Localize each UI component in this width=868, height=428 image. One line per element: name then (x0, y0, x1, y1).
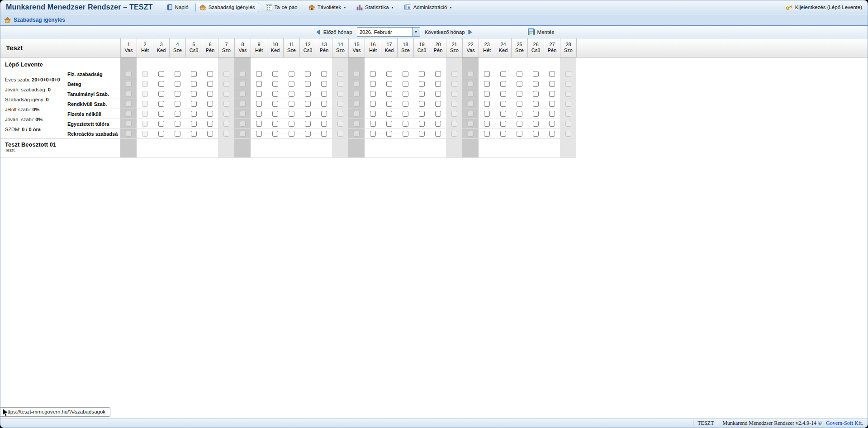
vacation-checkbox[interactable] (549, 81, 555, 87)
vacation-checkbox[interactable] (370, 91, 376, 97)
vacation-checkbox[interactable] (289, 71, 294, 77)
logout-button[interactable]: Kijelentkezés (Lépő Levente) (785, 4, 862, 10)
vacation-checkbox[interactable] (158, 91, 164, 97)
vacation-checkbox[interactable] (321, 91, 327, 97)
vacation-checkbox[interactable] (419, 71, 425, 77)
vacation-checkbox[interactable] (549, 91, 555, 97)
vacation-checkbox[interactable] (305, 111, 311, 117)
vacation-checkbox[interactable] (370, 81, 376, 87)
previous-month-button[interactable]: Előző hónap (314, 29, 354, 36)
vacation-checkbox[interactable] (370, 131, 376, 137)
vacation-checkbox[interactable] (191, 101, 197, 107)
vacation-checkbox[interactable] (533, 81, 539, 87)
nav-item-tavolletek[interactable]: Távollétek ▾ (304, 3, 350, 12)
vacation-checkbox[interactable] (403, 71, 408, 77)
nav-item-adminisztracio[interactable]: Adminisztráció ▾ (400, 3, 456, 12)
vacation-checkbox[interactable] (191, 131, 197, 137)
nav-item-szabadsag-igenyles[interactable]: Szabadság igénylés (195, 3, 259, 12)
vacation-checkbox[interactable] (272, 111, 278, 117)
vacation-checkbox[interactable] (272, 81, 278, 87)
vacation-checkbox[interactable] (256, 111, 262, 117)
vacation-checkbox[interactable] (256, 81, 262, 87)
vacation-checkbox[interactable] (289, 121, 294, 127)
vacation-checkbox[interactable] (403, 101, 408, 107)
vacation-checkbox[interactable] (500, 91, 506, 97)
vacation-checkbox[interactable] (500, 81, 506, 87)
month-select[interactable]: 2026. Február (357, 27, 420, 37)
vacation-checkbox[interactable] (484, 81, 490, 87)
vacation-checkbox[interactable] (549, 111, 555, 117)
vacation-checkbox[interactable] (517, 131, 522, 137)
vacation-checkbox[interactable] (386, 111, 392, 117)
vacation-checkbox[interactable] (517, 111, 522, 117)
vacation-checkbox[interactable] (289, 131, 294, 137)
vacation-checkbox[interactable] (207, 81, 213, 87)
vacation-checkbox[interactable] (191, 71, 197, 77)
vacation-checkbox[interactable] (256, 91, 262, 97)
vacation-checkbox[interactable] (419, 101, 425, 107)
vacation-checkbox[interactable] (403, 111, 408, 117)
vacation-checkbox[interactable] (207, 111, 213, 117)
vacation-checkbox[interactable] (289, 81, 294, 87)
vacation-checkbox[interactable] (419, 121, 425, 127)
vacation-checkbox[interactable] (272, 131, 278, 137)
vacation-checkbox[interactable] (403, 131, 408, 137)
vacation-checkbox[interactable] (289, 101, 294, 107)
vacation-checkbox[interactable] (403, 121, 408, 127)
vacation-checkbox[interactable] (533, 131, 539, 137)
vacation-checkbox[interactable] (435, 111, 441, 117)
vacation-checkbox[interactable] (158, 101, 164, 107)
vacation-checkbox[interactable] (370, 121, 376, 127)
vacation-checkbox[interactable] (500, 121, 506, 127)
vacation-checkbox[interactable] (435, 71, 441, 77)
vacation-checkbox[interactable] (419, 111, 425, 117)
vacation-checkbox[interactable] (386, 91, 392, 97)
vacation-checkbox[interactable] (272, 121, 278, 127)
vacation-checkbox[interactable] (517, 91, 522, 97)
vacation-checkbox[interactable] (533, 121, 539, 127)
vacation-checkbox[interactable] (207, 101, 213, 107)
vacation-checkbox[interactable] (386, 131, 392, 137)
vacation-checkbox[interactable] (321, 111, 327, 117)
vacation-checkbox[interactable] (158, 71, 164, 77)
vacation-checkbox[interactable] (256, 71, 262, 77)
select-trigger-icon[interactable] (412, 28, 420, 36)
vacation-checkbox[interactable] (305, 81, 311, 87)
vacation-checkbox[interactable] (419, 91, 425, 97)
vacation-checkbox[interactable] (484, 101, 490, 107)
vacation-checkbox[interactable] (175, 121, 180, 127)
vacation-checkbox[interactable] (435, 121, 441, 127)
vacation-checkbox[interactable] (549, 101, 555, 107)
vacation-checkbox[interactable] (500, 71, 506, 77)
vacation-checkbox[interactable] (158, 121, 164, 127)
nav-item-ta-ce-pao[interactable]: Ta-ce-pao (262, 2, 302, 12)
vacation-checkbox[interactable] (289, 91, 294, 97)
vacation-checkbox[interactable] (517, 101, 522, 107)
vacation-checkbox[interactable] (403, 91, 408, 97)
vacation-checkbox[interactable] (158, 81, 164, 87)
vacation-checkbox[interactable] (484, 121, 490, 127)
vacation-checkbox[interactable] (321, 121, 327, 127)
vacation-checkbox[interactable] (517, 81, 522, 87)
vacation-checkbox[interactable] (321, 81, 327, 87)
vacation-checkbox[interactable] (533, 91, 539, 97)
vacation-checkbox[interactable] (158, 131, 164, 137)
vacation-checkbox[interactable] (175, 81, 180, 87)
company-link[interactable]: Govern-Soft Kft. (826, 420, 863, 427)
vacation-checkbox[interactable] (305, 131, 311, 137)
vacation-checkbox[interactable] (321, 101, 327, 107)
vacation-checkbox[interactable] (191, 91, 197, 97)
vacation-checkbox[interactable] (370, 71, 376, 77)
vacation-checkbox[interactable] (484, 91, 490, 97)
vacation-checkbox[interactable] (533, 101, 539, 107)
vacation-checkbox[interactable] (321, 71, 327, 77)
vacation-checkbox[interactable] (484, 71, 490, 77)
vacation-checkbox[interactable] (256, 131, 262, 137)
vacation-checkbox[interactable] (207, 121, 213, 127)
vacation-checkbox[interactable] (256, 121, 262, 127)
vacation-checkbox[interactable] (484, 131, 490, 137)
vacation-checkbox[interactable] (370, 101, 376, 107)
vacation-checkbox[interactable] (305, 91, 311, 97)
vacation-checkbox[interactable] (191, 81, 197, 87)
vacation-checkbox[interactable] (256, 101, 262, 107)
